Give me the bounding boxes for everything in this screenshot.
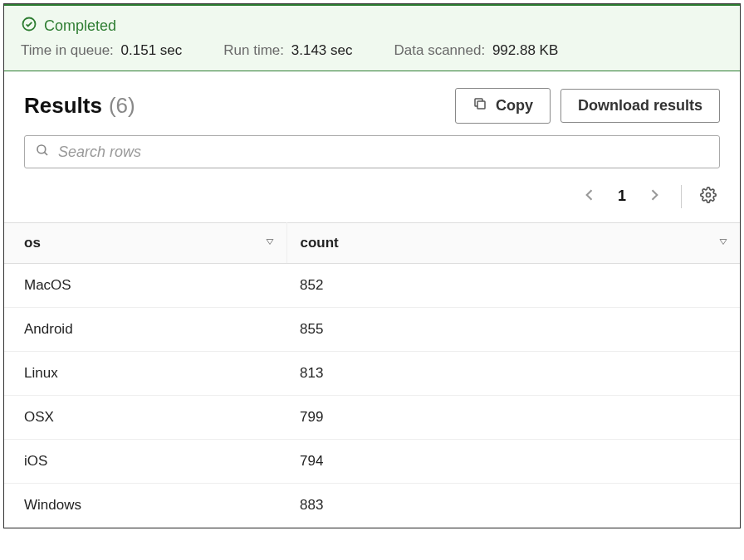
cell-os: Linux — [4, 352, 286, 396]
copy-label: Copy — [496, 97, 533, 114]
cell-os: Windows — [4, 484, 286, 528]
results-header: Results (6) Copy Download results — [4, 71, 740, 135]
svg-line-3 — [44, 152, 47, 155]
chevron-right-icon — [646, 187, 663, 206]
cell-os: MacOS — [4, 264, 286, 308]
cell-count: 883 — [286, 484, 740, 528]
cell-os: OSX — [4, 396, 286, 440]
copy-icon — [472, 96, 487, 115]
cell-count: 794 — [286, 440, 740, 484]
svg-marker-5 — [267, 240, 273, 245]
search-icon — [35, 143, 50, 161]
next-page-button[interactable] — [643, 183, 666, 209]
gear-icon — [700, 187, 717, 206]
chevron-left-icon — [581, 187, 598, 206]
download-label: Download results — [578, 97, 702, 114]
table-row: iOS794 — [4, 440, 740, 484]
runtime-value: 3.143 sec — [291, 42, 353, 58]
table-row: Linux813 — [4, 352, 740, 396]
page-number: 1 — [613, 187, 631, 205]
column-label: os — [24, 235, 41, 251]
queue-stat: Time in queue: 0.151 sec — [21, 42, 182, 59]
cell-os: Android — [4, 308, 286, 352]
check-circle-icon — [21, 16, 37, 36]
column-header-os[interactable]: os — [4, 223, 286, 264]
results-count: (6) — [109, 93, 135, 119]
results-table: os count MacOS852Android855Linux813OSX79… — [4, 222, 740, 528]
results-panel: Completed Time in queue: 0.151 sec Run t… — [3, 3, 741, 528]
queue-value: 0.151 sec — [121, 42, 183, 58]
status-label: Completed — [44, 17, 116, 35]
queue-label: Time in queue: — [21, 42, 114, 58]
copy-button[interactable]: Copy — [455, 88, 551, 124]
column-header-count[interactable]: count — [286, 223, 740, 264]
settings-button[interactable] — [697, 183, 720, 209]
prev-page-button[interactable] — [578, 183, 601, 209]
svg-marker-6 — [720, 240, 727, 245]
pager: 1 — [4, 180, 740, 222]
table-row: Android855 — [4, 308, 740, 352]
cell-count: 799 — [286, 396, 740, 440]
download-button[interactable]: Download results — [560, 89, 720, 123]
table-row: Windows883 — [4, 484, 740, 528]
status-bar: Completed Time in queue: 0.151 sec Run t… — [4, 4, 740, 71]
table-row: OSX799 — [4, 396, 740, 440]
divider — [681, 185, 682, 208]
column-label: count — [301, 235, 339, 251]
runtime-stat: Run time: 3.143 sec — [223, 42, 352, 59]
svg-point-4 — [707, 193, 711, 197]
scanned-stat: Data scanned: 992.88 KB — [394, 42, 559, 59]
search-input[interactable] — [58, 144, 709, 161]
cell-os: iOS — [4, 440, 286, 484]
svg-point-2 — [37, 145, 46, 153]
filter-icon[interactable] — [265, 235, 275, 251]
runtime-label: Run time: — [223, 42, 284, 58]
svg-rect-1 — [477, 101, 485, 109]
results-title: Results — [24, 93, 102, 119]
table-row: MacOS852 — [4, 264, 740, 308]
search-box[interactable] — [24, 135, 720, 168]
scanned-value: 992.88 KB — [492, 42, 558, 58]
filter-icon[interactable] — [718, 235, 728, 251]
cell-count: 813 — [286, 352, 740, 396]
scanned-label: Data scanned: — [394, 42, 486, 58]
cell-count: 852 — [286, 264, 740, 308]
cell-count: 855 — [286, 308, 740, 352]
